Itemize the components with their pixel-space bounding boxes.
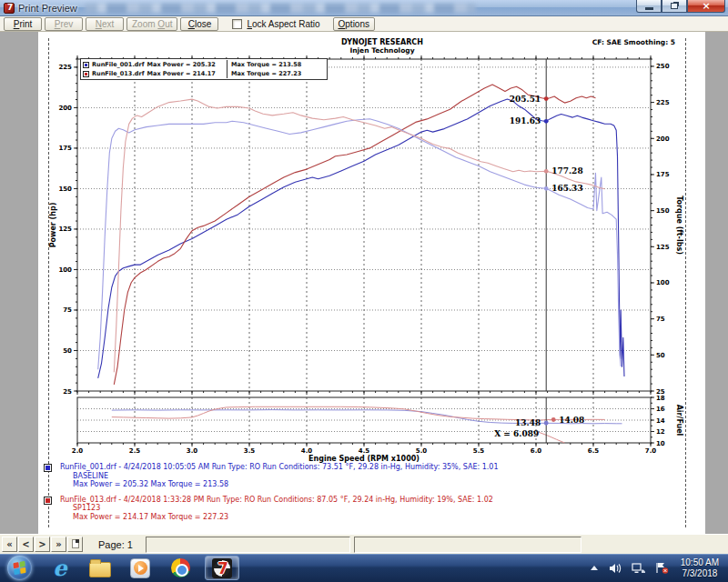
windows-flag-icon — [13, 561, 25, 575]
zoom-out-button[interactable]: Zoom Out — [126, 17, 177, 31]
restore-button[interactable] — [662, 0, 687, 13]
print-button[interactable]: Print — [4, 17, 42, 31]
action-center-flag-icon[interactable] — [655, 562, 669, 574]
svg-text:75: 75 — [63, 306, 72, 314]
svg-text:150: 150 — [656, 207, 670, 215]
run-info-sp1123: RunFile_013.drf - 4/24/2018 1:33:28 PM R… — [44, 496, 499, 522]
svg-text:125: 125 — [58, 226, 72, 233]
first-page-button[interactable]: « — [2, 537, 17, 552]
minimize-button[interactable] — [636, 0, 662, 13]
legend-file: RunFile_001.drf — [92, 61, 145, 68]
svg-text:14: 14 — [656, 417, 665, 425]
media-player-icon[interactable] — [125, 556, 156, 581]
svg-text:7.0: 7.0 — [645, 447, 657, 455]
run-swatch-sp1123 — [44, 497, 52, 505]
run-conditions-line: RunFile_001.drf - 4/24/2018 10:05:05 AM … — [60, 463, 499, 472]
start-button[interactable] — [7, 556, 32, 580]
next-button[interactable]: Next — [86, 17, 124, 31]
series-af-baseline-blue — [112, 410, 622, 424]
print-preview-window: Print Preview × Print Prev Next Zoom Out… — [0, 0, 728, 582]
prev-button[interactable]: Prev — [45, 17, 83, 31]
svg-text:Power (hp): Power (hp) — [49, 203, 57, 248]
page-icon — [72, 539, 79, 548]
titlebar: Print Preview × — [0, 0, 728, 16]
series-af-sp1123-red-dropout — [539, 432, 565, 443]
marker-dot-14.08 — [551, 417, 556, 422]
lock-aspect-checkbox[interactable] — [232, 19, 242, 29]
series-torque-sp1123-pink — [114, 99, 604, 372]
app-icon — [4, 3, 15, 14]
svg-text:75: 75 — [656, 316, 665, 323]
next-page-button[interactable]: > — [35, 537, 50, 552]
minimize-icon — [645, 7, 653, 10]
network-icon[interactable] — [632, 563, 645, 574]
legend-max-power: Max Power = 205.32 — [147, 61, 216, 68]
volume-icon[interactable] — [609, 563, 622, 574]
legend-row-baseline: RunFile_001.drf Max Power = 205.32 Max T… — [81, 60, 327, 69]
statusbar-panel — [146, 537, 350, 553]
toolbar: Print Prev Next Zoom Out Close Lock Aspe… — [0, 16, 728, 32]
run-max-values: Max Power = 214.17 Max Torque = 227.23 — [60, 513, 493, 522]
hidden-icons-arrow[interactable] — [591, 566, 598, 570]
restore-icon — [671, 3, 678, 9]
svg-text:50: 50 — [656, 352, 665, 359]
svg-text:Air/Fuel: Air/Fuel — [675, 405, 683, 436]
marker-dot-177.28 — [544, 169, 549, 174]
svg-text:10: 10 — [656, 440, 665, 447]
window-title: Print Preview — [18, 3, 77, 14]
close-window-button[interactable]: × — [687, 0, 725, 13]
marker-dot-191.63 — [544, 119, 549, 124]
marker-dot-13.48 — [544, 421, 549, 426]
dynojet-winpep-icon: 7 — [212, 558, 232, 578]
internet-explorer-icon[interactable]: e — [45, 556, 76, 581]
windows-explorer-icon[interactable] — [85, 556, 116, 581]
marker-dot-165.33 — [544, 186, 549, 191]
chart-af: 1012141618Air/Fuel2.02.53.03.54.04.55.05… — [38, 32, 705, 534]
svg-text:200: 200 — [656, 135, 670, 143]
chrome-icon[interactable] — [165, 556, 196, 581]
marker-label: 191.63 — [510, 116, 541, 125]
marker-label: 13.48 — [515, 418, 541, 427]
legend-file: RunFile_013.drf — [92, 70, 145, 77]
svg-text:250: 250 — [656, 63, 670, 70]
taskbar-clock[interactable]: 10:50 AM 7/3/2018 — [681, 557, 719, 579]
prev-page-button[interactable]: < — [18, 537, 34, 552]
clock-time: 10:50 AM — [681, 557, 719, 568]
statusbar: « < > » Page: 1 — [0, 534, 728, 554]
svg-text:175: 175 — [58, 145, 72, 152]
taskbar: e 7 10:50 AM — [0, 554, 728, 582]
svg-text:2.5: 2.5 — [129, 447, 141, 455]
svg-text:2.0: 2.0 — [72, 447, 84, 455]
report-header-line2: Injen Technology — [257, 46, 508, 55]
close-icon: × — [702, 0, 710, 12]
svg-text:5.5: 5.5 — [473, 447, 485, 455]
redacted-title-text — [85, 4, 476, 13]
svg-text:5.0: 5.0 — [416, 447, 428, 455]
report-page[interactable]: DYNOJET RESEARCH Injen Technology CF: SA… — [38, 32, 705, 534]
report-header-line1: DYNOJET RESEARCH — [257, 38, 508, 46]
marker-label: 14.08 — [559, 416, 584, 425]
marker-label: 205.51 — [510, 95, 541, 104]
svg-text:3.0: 3.0 — [187, 447, 198, 455]
last-page-button[interactable]: » — [51, 537, 66, 552]
page-margin-left — [48, 38, 49, 527]
dynojet-winpep-taskbar-button[interactable]: 7 — [205, 556, 239, 580]
page-margin-right — [685, 38, 686, 527]
page-setup-button[interactable] — [67, 537, 83, 552]
legend-max-power: Max Power = 214.17 — [147, 70, 216, 77]
marker-dot-205.51 — [544, 96, 549, 101]
legend-max-torque: Max Torque = 213.58 — [227, 60, 301, 69]
run-conditions-line: RunFile_013.drf - 4/24/2018 1:33:28 PM R… — [60, 496, 493, 505]
statusbar-panel — [354, 537, 581, 553]
legend-row-sp1123: RunFile_013.drf Max Power = 214.17 Max T… — [81, 69, 327, 78]
series-power-sp1123-red — [114, 85, 595, 385]
page-indicator: Page: 1 — [98, 539, 133, 550]
series-af-sp1123-red — [112, 406, 605, 420]
svg-text:4.5: 4.5 — [359, 447, 370, 455]
svg-text:6.5: 6.5 — [588, 447, 600, 455]
svg-text:175: 175 — [656, 171, 670, 178]
legend-swatch-sp1123 — [83, 71, 89, 77]
options-button[interactable]: Options — [333, 17, 375, 31]
close-preview-button[interactable]: Close — [180, 17, 218, 31]
lock-aspect-label: Lock Aspect Ratio — [247, 19, 319, 29]
